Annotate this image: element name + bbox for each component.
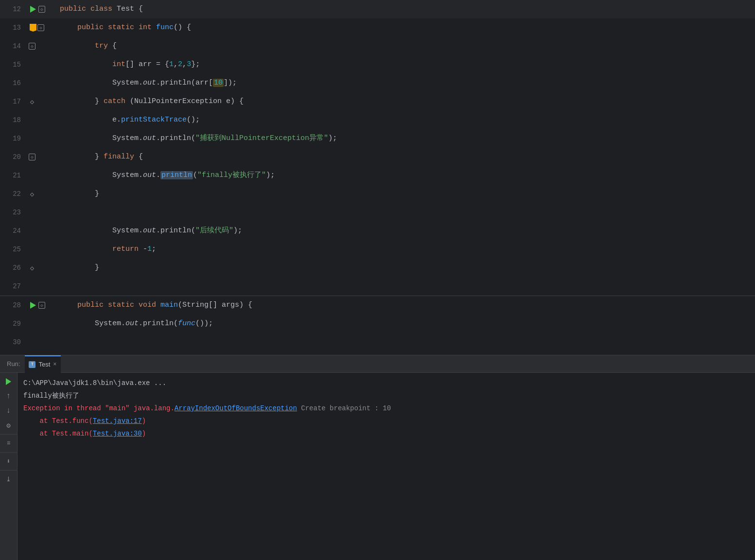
output-line: Exception in thread "main" java.lang.Arr… — [23, 402, 749, 415]
run-button[interactable] — [2, 375, 16, 388]
code-content: } — [56, 259, 755, 277]
code-line: 22◇ } — [0, 185, 755, 203]
line-number: 13 — [0, 24, 27, 32]
panel-tabs: Run: T Test × — [0, 355, 755, 373]
scroll-down-button[interactable]: ↓ — [2, 404, 16, 418]
code-line: 27 — [0, 277, 755, 296]
svg-marker-1 — [30, 302, 36, 309]
line-number: 20 — [0, 153, 27, 161]
stacktrace-link[interactable]: Test.java:17 — [93, 417, 142, 425]
output-line: at Test.main(Test.java:30) — [23, 427, 749, 440]
tab-close-button[interactable]: × — [53, 361, 56, 368]
output-path: C:\APP\Java\jdk1.8\bin\java.exe ... — [23, 379, 166, 387]
line-number: 12 — [0, 5, 27, 13]
code-content: int[] arr = {1,2,3}; — [56, 55, 755, 74]
line-number: 30 — [0, 338, 27, 346]
line-number: 16 — [0, 79, 27, 87]
line-number: 18 — [0, 116, 27, 124]
code-content: System.out.println(func()); — [56, 315, 755, 333]
code-content: System.out.println("finally被执行了"); — [56, 166, 755, 185]
breakpoint-icon: ◇ — [37, 24, 44, 31]
gutter: ◇ — [27, 264, 56, 271]
tab-name: Test — [38, 361, 50, 368]
output-line: C:\APP\Java\jdk1.8\bin\java.exe ... — [23, 377, 749, 389]
line-number: 25 — [0, 245, 27, 253]
panel-toolbar: ↑ ↓ ⚙ ≡ ⬇ ⤓ — [0, 373, 18, 560]
code-line: 25 return -1; — [0, 240, 755, 259]
panel-output: C:\APP\Java\jdk1.8\bin\java.exe ...final… — [18, 373, 755, 560]
breakpoint-icon: ◇ — [38, 302, 45, 309]
share-button[interactable]: ⤓ — [2, 472, 16, 486]
export-button[interactable]: ⬇ — [2, 455, 16, 468]
code-line: 13◇ public static int func() { — [0, 18, 755, 37]
tab-icon: T — [29, 361, 35, 368]
code-content: public class Test { — [56, 0, 755, 18]
code-content: e.printStackTrace(); — [56, 111, 755, 129]
stacktrace-suffix: ) — [142, 430, 146, 438]
bottom-panel: Run: T Test × ↑ ↓ ⚙ ≡ ⬇ ⤓ C:\APP\Java\jd… — [0, 355, 755, 560]
settings-button[interactable]: ⚙ — [2, 419, 16, 432]
run-gutter-icon[interactable] — [29, 301, 37, 310]
bookmark-icon — [30, 24, 36, 32]
output-error: Exception in thread "main" java.lang. — [23, 404, 175, 412]
code-line: 30 — [0, 333, 755, 351]
scroll-up-button[interactable]: ↑ — [2, 389, 16, 403]
breakpoint-icon: ◇ — [29, 154, 35, 160]
code-line: 24 System.out.println("后续代码"); — [0, 222, 755, 240]
code-content: System.out.println("后续代码"); — [56, 222, 755, 240]
code-line: 18 e.printStackTrace(); — [0, 111, 755, 129]
code-line: 28◇ public static void main(String[] arg… — [0, 296, 755, 315]
code-line: 14◇ try { — [0, 37, 755, 55]
breakpoint-diamond-icon: ◇ — [29, 264, 35, 271]
code-content: } — [56, 185, 755, 203]
code-content: System.out.println("捕获到NullPointerExcept… — [56, 129, 755, 148]
code-content: try { — [56, 37, 755, 55]
stacktrace-link[interactable]: Test.java:30 — [93, 430, 142, 438]
svg-marker-0 — [30, 6, 36, 13]
line-number: 14 — [0, 42, 27, 50]
test-tab[interactable]: T Test × — [25, 355, 60, 373]
run-label: Run: — [4, 355, 23, 373]
line-number: 29 — [0, 320, 27, 328]
output-line: finally被执行了 — [23, 389, 749, 402]
gutter: ◇ — [27, 43, 56, 50]
code-line: 23 — [0, 203, 755, 222]
gutter: ◇ — [27, 191, 56, 197]
breakpoint-diamond-icon: ◇ — [29, 98, 35, 105]
stacktrace-text: at Test.main( — [23, 430, 93, 438]
code-content: return -1; — [56, 240, 755, 259]
code-content: } catch (NullPointerException e) { — [56, 92, 755, 111]
exception-link[interactable]: ArrayIndexOutOfBoundsException — [175, 404, 297, 412]
output-line: at Test.func(Test.java:17) — [23, 415, 749, 427]
code-content: public static int func() { — [56, 18, 755, 37]
run-gutter-icon[interactable] — [29, 5, 37, 14]
breakpoint-icon: ◇ — [38, 6, 45, 13]
gutter: ◇ — [27, 98, 56, 105]
breakpoint-icon: ◇ — [29, 43, 35, 50]
code-line: 20◇ } finally { — [0, 148, 755, 166]
gutter: ◇ — [27, 5, 56, 14]
panel-body: ↑ ↓ ⚙ ≡ ⬇ ⤓ C:\APP\Java\jdk1.8\bin\java.… — [0, 373, 755, 560]
code-line: 26◇ } — [0, 259, 755, 277]
line-number: 28 — [0, 301, 27, 309]
wrap-button[interactable]: ≡ — [2, 437, 16, 450]
line-number: 17 — [0, 98, 27, 105]
play-icon — [6, 378, 11, 385]
code-editor: 12◇public class Test {13◇ public static … — [0, 0, 755, 355]
line-number: 19 — [0, 135, 27, 142]
line-number: 26 — [0, 264, 27, 272]
output-normal: finally被执行了 — [23, 392, 79, 400]
code-line: 15 int[] arr = {1,2,3}; — [0, 55, 755, 74]
code-line: 16 System.out.println(arr[10]); — [0, 74, 755, 92]
code-content: System.out.println(arr[10]); — [56, 74, 755, 92]
output-suffix: Create breakpoint : 10 — [297, 404, 391, 412]
line-number: 15 — [0, 61, 27, 69]
line-number: 23 — [0, 209, 27, 216]
stacktrace-text: at Test.func( — [23, 417, 93, 425]
code-line: 17◇ } catch (NullPointerException e) { — [0, 92, 755, 111]
line-number: 24 — [0, 227, 27, 235]
line-number: 27 — [0, 282, 27, 290]
code-line: 29 System.out.println(func()); — [0, 315, 755, 333]
code-line: 21 System.out.println("finally被执行了"); — [0, 166, 755, 185]
code-line: 12◇public class Test { — [0, 0, 755, 18]
